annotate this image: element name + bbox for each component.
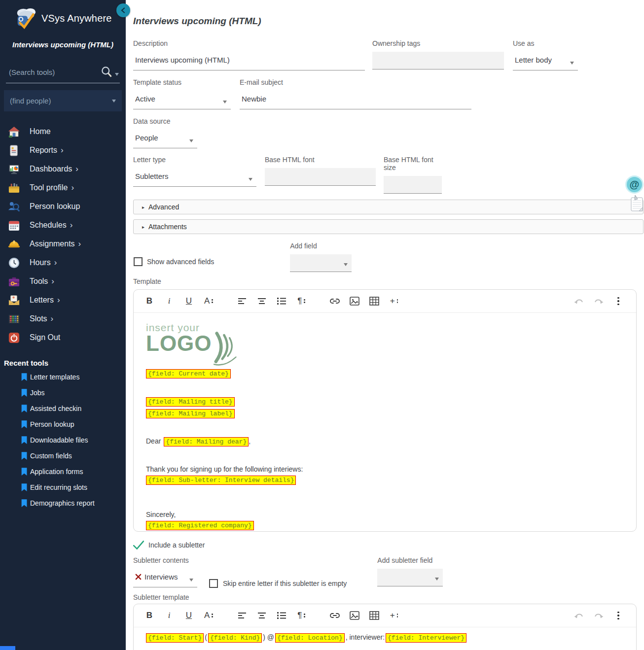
recent-tool-assisted-checkin[interactable]: Assisted checkin	[0, 401, 126, 416]
sidebar-item-tools[interactable]: Tools›	[0, 272, 126, 291]
align-center-button[interactable]	[252, 607, 272, 624]
description-input[interactable]: Interviews upcoming (HTML)	[133, 52, 365, 70]
chevron-down-icon	[112, 100, 116, 103]
field-chip-kind[interactable]: {field: Kind}	[208, 633, 262, 643]
undo-button[interactable]	[569, 293, 589, 309]
redo-button[interactable]	[589, 293, 608, 309]
use-as-label: Use as	[513, 39, 578, 47]
remove-x-icon[interactable]	[135, 574, 142, 580]
insert-link-button[interactable]	[325, 607, 345, 624]
sidebar-item-dashboards[interactable]: Dashboards›	[0, 160, 126, 178]
dear-suffix-text: ,	[249, 437, 250, 445]
search-tools-input[interactable]: (Search tools)	[6, 61, 120, 83]
add-field-select[interactable]	[290, 254, 352, 272]
sidebar-item-person-lookup[interactable]: Person lookup	[0, 197, 126, 216]
chevron-right: ›	[54, 258, 57, 268]
editor-menu-button[interactable]	[608, 607, 628, 624]
insert-more-button[interactable]: +	[384, 607, 404, 624]
show-advanced-fields-checkbox[interactable]	[134, 257, 143, 266]
include-subletter-toggle[interactable]: Include a subletter	[133, 540, 644, 550]
bold-button[interactable]: B	[140, 293, 159, 309]
field-chip-mailing-title[interactable]: {field: Mailing title}	[146, 397, 235, 407]
sidebar-item-letters[interactable]: Letters›	[0, 291, 126, 309]
sidebar-item-tool-profile[interactable]: Tool profile›	[0, 178, 126, 197]
use-as-select[interactable]: Letter body	[513, 52, 578, 70]
field-chip-registered-company[interactable]: {field: Registered company}	[146, 521, 254, 530]
recent-tool-downloadable-files[interactable]: Downloadable files	[0, 432, 126, 448]
sidebar-item-assignments[interactable]: Assignments›	[0, 235, 126, 253]
sidebar-nav: Home Reports› Dashboards› Tool profile› …	[0, 122, 126, 347]
recent-tool-edit-recurring-slots[interactable]: Edit recurring slots	[0, 479, 126, 495]
italic-glyph: i	[168, 296, 171, 306]
base-html-font-input[interactable]	[265, 168, 376, 186]
bold-glyph: B	[146, 611, 152, 620]
undo-button[interactable]	[569, 607, 589, 624]
caret-down-icon	[249, 178, 252, 181]
underline-button[interactable]: U	[179, 293, 199, 309]
attachments-panel-header[interactable]: ▸ Attachments	[133, 219, 644, 234]
field-chip-interviewer[interactable]: {field: Interviewer}	[386, 633, 466, 643]
insert-table-button[interactable]	[364, 607, 384, 624]
recent-tool-letter-templates[interactable]: Letter templates	[0, 369, 126, 385]
field-chip-mailing-dear[interactable]: {field: Mailing dear}	[164, 437, 249, 446]
email-at-icon[interactable]: @	[627, 177, 642, 192]
ownership-tags-input[interactable]	[372, 52, 504, 69]
recent-tool-person-lookup[interactable]: Person lookup	[0, 416, 126, 432]
email-subject-input[interactable]: Newbie	[240, 91, 471, 109]
align-left-button[interactable]	[232, 607, 252, 624]
insert-link-button[interactable]	[325, 293, 345, 309]
align-center-button[interactable]	[252, 293, 272, 309]
field-chip-current-date[interactable]: {field: Current date}	[146, 369, 231, 378]
italic-button[interactable]: i	[159, 293, 179, 309]
sidebar-item-schedules[interactable]: Schedules›	[0, 216, 126, 235]
sidebar-item-reports[interactable]: Reports›	[0, 141, 126, 160]
recent-tool-demographics-report[interactable]: Demographics report	[0, 495, 126, 511]
font-style-button[interactable]: A	[199, 293, 218, 309]
italic-button[interactable]: i	[159, 607, 179, 624]
bold-button[interactable]: B	[140, 607, 159, 624]
bookmark-icon	[21, 499, 28, 508]
letter-type-select[interactable]: Subletters	[133, 168, 256, 187]
template-editor-content[interactable]: insert your LOGO {fi	[134, 313, 636, 532]
ordered-list-icon	[277, 612, 286, 619]
recent-tool-label: Custom fields	[30, 452, 72, 460]
ordered-list-button[interactable]	[272, 607, 291, 624]
sidebar-item-hours[interactable]: Hours›	[0, 253, 126, 272]
sidebar-item-slots[interactable]: Slots›	[0, 309, 126, 328]
dropdown-dots-icon	[397, 614, 398, 617]
recent-tool-application-forms[interactable]: Application forms	[0, 464, 126, 479]
insert-image-button[interactable]	[345, 607, 364, 624]
advanced-panel-label: Advanced	[148, 203, 179, 211]
redo-button[interactable]	[589, 607, 608, 624]
skip-letter-checkbox[interactable]	[209, 579, 218, 588]
attachment-note-icon[interactable]	[629, 194, 644, 212]
font-style-button[interactable]: A	[199, 607, 218, 624]
add-subletter-field-select[interactable]	[377, 569, 443, 586]
recent-tool-jobs[interactable]: Jobs	[0, 385, 126, 401]
sidebar-item-sign-out[interactable]: Sign Out	[0, 328, 126, 347]
insert-image-button[interactable]	[345, 293, 364, 309]
insert-table-button[interactable]	[364, 293, 384, 309]
field-chip-mailing-label[interactable]: {field: Mailing label}	[146, 409, 235, 418]
editor-menu-button[interactable]	[608, 293, 628, 309]
find-people-select[interactable]: (find people)	[4, 90, 122, 111]
sidebar: VSys Anywhere Interviews upcoming (HTML)…	[0, 0, 126, 650]
ordered-list-button[interactable]	[272, 293, 291, 309]
field-chip-start[interactable]: {field: Start}	[146, 633, 204, 643]
paragraph-format-button[interactable]: ¶	[291, 607, 311, 624]
paragraph-format-button[interactable]: ¶	[291, 293, 311, 309]
subletter-editor-content[interactable]: {field: Start}({field: Kind}) @{field: L…	[134, 627, 636, 650]
recent-tool-custom-fields[interactable]: Custom fields	[0, 448, 126, 464]
data-source-select[interactable]: People	[133, 130, 197, 148]
subletter-contents-select[interactable]: Interviews	[133, 569, 197, 587]
advanced-panel-header[interactable]: ▸ Advanced	[133, 200, 644, 214]
sidebar-collapse-button[interactable]	[116, 3, 130, 17]
sidebar-item-home[interactable]: Home	[0, 122, 126, 141]
insert-more-button[interactable]: +	[384, 293, 404, 309]
base-html-font-size-input[interactable]	[384, 176, 442, 194]
align-left-button[interactable]	[232, 293, 252, 309]
field-chip-location[interactable]: {field: Location}	[275, 633, 345, 643]
field-chip-interview-details[interactable]: {field: Sub-letter: Interview details}	[146, 476, 296, 485]
underline-button[interactable]: U	[179, 607, 199, 624]
template-status-select[interactable]: Active	[133, 91, 231, 109]
